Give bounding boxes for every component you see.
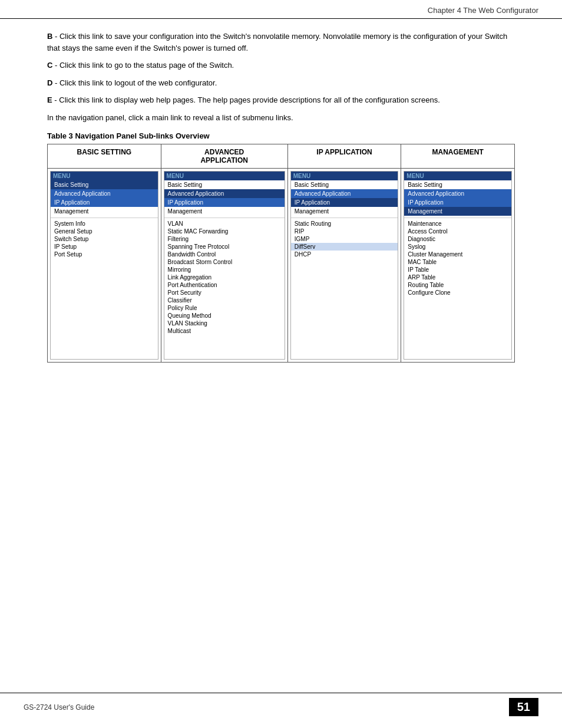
nav-divider-2: [164, 218, 285, 218]
nav-advanced-app-4[interactable]: Advanced Application: [404, 189, 511, 198]
sub-static-mac[interactable]: Static MAC Forwarding: [164, 228, 285, 235]
paragraph-c: C - Click this link to go to the status …: [47, 60, 515, 71]
page-content: B - Click this link to save your configu…: [0, 19, 562, 374]
col-header-advanced-line1: ADVANCED: [204, 148, 244, 156]
sub-classifier[interactable]: Classifier: [164, 297, 285, 304]
sub-bandwidth[interactable]: Bandwidth Control: [164, 251, 285, 258]
menu-bar-basic: MENU: [51, 172, 158, 180]
sub-port-setup[interactable]: Port Setup: [51, 251, 158, 258]
col-mgmt: MENU Basic Setting Advanced Application …: [401, 169, 515, 363]
sub-ip-setup[interactable]: IP Setup: [51, 243, 158, 251]
nav-panel-advanced: MENU Basic Setting Advanced Application …: [164, 171, 285, 360]
nav-mgmt-active[interactable]: Management: [404, 207, 511, 216]
sub-vlan[interactable]: VLAN: [164, 220, 285, 228]
nav-basic-setting-3[interactable]: Basic Setting: [291, 180, 398, 189]
chapter-title: Chapter 4 The Web Configurator: [428, 6, 538, 15]
nav-basic-setting-4[interactable]: Basic Setting: [404, 180, 511, 189]
sub-system-info[interactable]: System Info: [51, 220, 158, 228]
sub-broadcast[interactable]: Broadcast Storm Control: [164, 258, 285, 266]
paragraph-d-text: - Click this link to logout of the web c…: [55, 78, 217, 87]
sub-general-setup[interactable]: General Setup: [51, 228, 158, 235]
paragraph-c-text: - Click this link to go to the status pa…: [55, 61, 234, 70]
sub-static-routing[interactable]: Static Routing: [291, 220, 398, 228]
sub-arp-table[interactable]: ARP Table: [404, 274, 511, 281]
sub-port-security[interactable]: Port Security: [164, 289, 285, 297]
col-header-advanced-line2: APPLICATION: [200, 156, 247, 164]
sub-maintenance[interactable]: Maintenance: [404, 220, 511, 228]
nav-mgmt-2[interactable]: Management: [164, 207, 285, 216]
paragraph-c-key: C: [47, 61, 52, 70]
page-wrapper: Chapter 4 The Web Configurator B - Click…: [0, 0, 562, 728]
paragraph-e: E - Click this link to display web help …: [47, 94, 515, 106]
sub-diagnostic[interactable]: Diagnostic: [404, 235, 511, 243]
sub-policy-rule[interactable]: Policy Rule: [164, 304, 285, 312]
paragraph-b-text: - Click this link to save your configura…: [47, 32, 507, 52]
nav-panel-ip: MENU Basic Setting Advanced Application …: [290, 171, 399, 360]
paragraph-d: D - Click this link to logout of the web…: [47, 77, 515, 89]
col-advanced-app: MENU Basic Setting Advanced Application …: [161, 169, 287, 363]
sub-mirroring[interactable]: Mirroring: [164, 266, 285, 274]
page-number: 51: [509, 698, 538, 716]
sub-switch-setup[interactable]: Switch Setup: [51, 235, 158, 243]
col-header-mgmt: MANAGEMENT: [401, 144, 515, 169]
nav-advanced-app-3[interactable]: Advanced Application: [291, 189, 398, 198]
sub-link-agg[interactable]: Link Aggregation: [164, 274, 285, 281]
nav-panel-basic: MENU Basic Setting Advanced Application …: [50, 171, 158, 360]
col-basic-setting: MENU Basic Setting Advanced Application …: [48, 169, 161, 363]
sub-cluster-mgmt[interactable]: Cluster Management: [404, 251, 511, 258]
nav-mgmt-3[interactable]: Management: [291, 207, 398, 216]
menu-bar-advanced: MENU: [164, 172, 285, 180]
sub-ip-table[interactable]: IP Table: [404, 266, 511, 274]
page-footer: GS-2724 User's Guide 51: [0, 693, 562, 716]
nav-divider-3: [291, 218, 398, 218]
sub-rip[interactable]: RIP: [291, 228, 398, 235]
sub-port-auth[interactable]: Port Authentication: [164, 281, 285, 289]
sub-multicast[interactable]: Multicast: [164, 327, 285, 335]
table-caption: Table 3 Navigation Panel Sub-links Overv…: [47, 131, 515, 140]
sub-igmp[interactable]: IGMP: [291, 235, 398, 243]
paragraph-b-key: B: [47, 32, 52, 41]
overview-table: BASIC SETTING ADVANCED APPLICATION IP AP…: [47, 144, 515, 363]
nav-panel-mgmt: MENU Basic Setting Advanced Application …: [404, 171, 512, 360]
sub-vlan-stacking[interactable]: VLAN Stacking: [164, 319, 285, 327]
nav-basic-setting-2[interactable]: Basic Setting: [164, 180, 285, 189]
sub-queuing[interactable]: Queuing Method: [164, 312, 285, 319]
sub-stp[interactable]: Spanning Tree Protocol: [164, 243, 285, 251]
paragraph-e-text: - Click this link to display web help pa…: [54, 95, 439, 104]
nav-divider-4: [404, 218, 511, 218]
nav-divider-1: [51, 218, 158, 218]
footer-guide-title: GS-2724 User's Guide: [24, 703, 94, 711]
sub-mac-table[interactable]: MAC Table: [404, 258, 511, 266]
col-header-basic: BASIC SETTING: [48, 144, 161, 169]
sub-configure-clone[interactable]: Configure Clone: [404, 289, 511, 297]
nav-ip-app-4[interactable]: IP Application: [404, 198, 511, 207]
sub-dhcp[interactable]: DHCP: [291, 251, 398, 258]
nav-mgmt-1[interactable]: Management: [51, 207, 158, 216]
nav-basic-setting-active[interactable]: Basic Setting: [51, 180, 158, 189]
sub-syslog[interactable]: Syslog: [404, 243, 511, 251]
page-header: Chapter 4 The Web Configurator: [0, 0, 562, 19]
sub-filtering[interactable]: Filtering: [164, 235, 285, 243]
paragraph-d-key: D: [47, 78, 52, 87]
menu-bar-ip: MENU: [291, 172, 398, 180]
sub-access-control[interactable]: Access Control: [404, 228, 511, 235]
col-header-advanced: ADVANCED APPLICATION: [161, 144, 287, 169]
sub-diffserv[interactable]: DiffServ: [291, 243, 398, 251]
nav-ip-app-active[interactable]: IP Application: [291, 198, 398, 207]
nav-intro: In the navigation panel, click a main li…: [47, 112, 515, 124]
nav-ip-app-1[interactable]: IP Application: [51, 198, 158, 207]
nav-advanced-app-active[interactable]: Advanced Application: [164, 189, 285, 198]
sub-routing-table[interactable]: Routing Table: [404, 281, 511, 289]
menu-bar-mgmt: MENU: [404, 172, 511, 180]
col-ip-app: MENU Basic Setting Advanced Application …: [287, 169, 401, 363]
paragraph-e-key: E: [47, 95, 52, 104]
nav-ip-app-2[interactable]: IP Application: [164, 198, 285, 207]
col-header-ip: IP APPLICATION: [287, 144, 401, 169]
paragraph-b: B - Click this link to save your configu…: [47, 31, 515, 54]
nav-advanced-app-1[interactable]: Advanced Application: [51, 189, 158, 198]
